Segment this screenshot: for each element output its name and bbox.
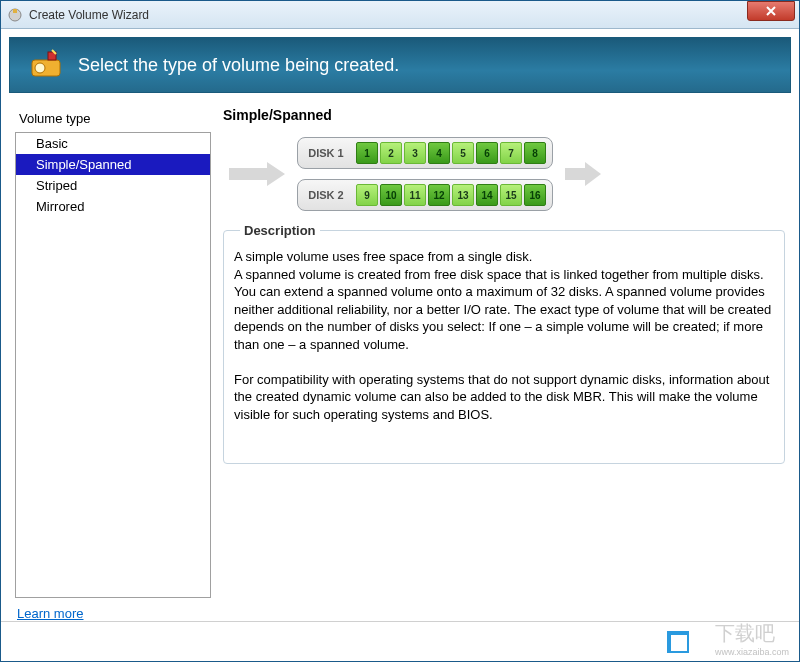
sidebar: Volume type Basic Simple/Spanned Striped…: [15, 107, 211, 598]
disk-block: 6: [476, 142, 498, 164]
disk-block: 5: [452, 142, 474, 164]
disk-block: 16: [524, 184, 546, 206]
body: Volume type Basic Simple/Spanned Striped…: [1, 93, 799, 606]
description-box: Description A simple volume uses free sp…: [223, 223, 785, 464]
wizard-icon: [30, 48, 64, 82]
list-item-simple-spanned[interactable]: Simple/Spanned: [16, 154, 210, 175]
watermark-text: 下载吧: [715, 622, 775, 644]
svg-rect-1: [13, 9, 17, 13]
disk-block: 15: [500, 184, 522, 206]
disk-block: 1: [356, 142, 378, 164]
disk-2-label: DISK 2: [304, 189, 348, 201]
list-item-basic[interactable]: Basic: [16, 133, 210, 154]
disk-2-blocks: 9 10 11 12 13 14 15 16: [356, 184, 546, 206]
main-panel: Simple/Spanned DISK 1 1 2 3 4: [223, 107, 785, 598]
disk-1: DISK 1 1 2 3 4 5 6 7 8: [297, 137, 553, 169]
disk-block: 12: [428, 184, 450, 206]
disk-1-label: DISK 1: [304, 147, 348, 159]
disk-block: 4: [428, 142, 450, 164]
list-item-striped[interactable]: Striped: [16, 175, 210, 196]
sidebar-title: Volume type: [15, 107, 211, 132]
svg-point-3: [35, 63, 45, 73]
disk-diagram: DISK 1 1 2 3 4 5 6 7 8 DISK: [223, 137, 785, 211]
disk-block: 13: [452, 184, 474, 206]
description-text: A simple volume uses free space from a s…: [234, 248, 774, 423]
window-title: Create Volume Wizard: [29, 8, 149, 22]
disk-2: DISK 2 9 10 11 12 13 14 15 16: [297, 179, 553, 211]
disk-block: 9: [356, 184, 378, 206]
header-title: Select the type of volume being created.: [78, 55, 399, 76]
disk-block: 10: [380, 184, 402, 206]
main-title: Simple/Spanned: [223, 107, 785, 123]
arrow-right-icon: [563, 162, 603, 186]
app-icon: [7, 7, 23, 23]
disk-block: 3: [404, 142, 426, 164]
disk-block: 14: [476, 184, 498, 206]
arrow-left-icon: [227, 162, 287, 186]
disks-stack: DISK 1 1 2 3 4 5 6 7 8 DISK: [297, 137, 553, 211]
resize-indicator-icon: [667, 631, 689, 653]
disk-block: 2: [380, 142, 402, 164]
close-icon: [765, 6, 777, 16]
disk-1-blocks: 1 2 3 4 5 6 7 8: [356, 142, 546, 164]
wizard-window: Create Volume Wizard Select the type of …: [0, 0, 800, 662]
disk-block: 11: [404, 184, 426, 206]
header-band: Select the type of volume being created.: [9, 37, 791, 93]
disk-block: 7: [500, 142, 522, 164]
watermark: 下载吧 www.xiazaiba.com: [715, 620, 789, 657]
titlebar: Create Volume Wizard: [1, 1, 799, 29]
volume-type-list[interactable]: Basic Simple/Spanned Striped Mirrored: [15, 132, 211, 598]
learn-more-row: Learn more: [1, 606, 799, 621]
footer: 下载吧 www.xiazaiba.com: [1, 621, 799, 661]
close-button[interactable]: [747, 1, 795, 21]
list-item-mirrored[interactable]: Mirrored: [16, 196, 210, 217]
description-legend: Description: [240, 223, 320, 238]
disk-block: 8: [524, 142, 546, 164]
watermark-url: www.xiazaiba.com: [715, 647, 789, 657]
